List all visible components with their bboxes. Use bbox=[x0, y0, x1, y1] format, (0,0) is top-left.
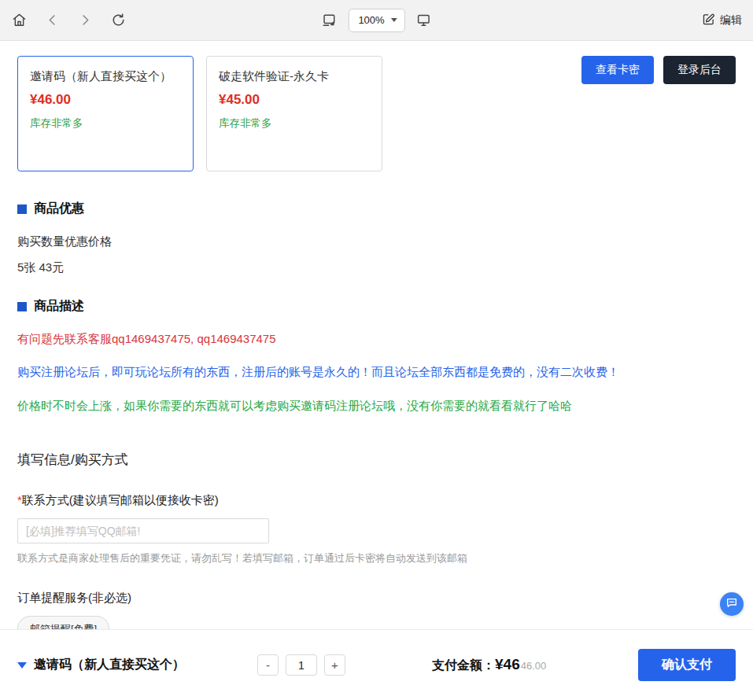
edit-pencil-icon bbox=[702, 13, 715, 28]
payment-amount-block: 支付金额： ¥46 46.00 bbox=[432, 656, 546, 674]
product-stock: 库存非常多 bbox=[219, 116, 370, 131]
zoom-level-value: 100% bbox=[358, 14, 384, 26]
form-section-title: 填写信息/购买方式 bbox=[17, 451, 736, 469]
quantity-stepper: - + bbox=[257, 654, 345, 676]
description-price-note-line: 价格时不时会上涨，如果你需要的东西就可以考虑购买邀请码注册论坛哦，没有你需要的就… bbox=[17, 396, 736, 414]
description-section-header: 商品描述 bbox=[17, 298, 736, 315]
promo-price-line: 5张 43元 bbox=[17, 260, 736, 275]
top-action-buttons: 查看卡密 登录后台 bbox=[581, 56, 736, 84]
edit-button[interactable]: 编辑 bbox=[702, 13, 742, 28]
promo-section-title: 商品优惠 bbox=[34, 201, 84, 217]
contact-input[interactable] bbox=[17, 518, 269, 543]
contact-field-label: *联系方式(建议填写邮箱以便接收卡密) bbox=[17, 493, 736, 508]
promo-text-line: 购买数量优惠价格 bbox=[17, 234, 736, 249]
browser-toolbar: 100% 编辑 bbox=[0, 0, 753, 41]
chat-support-button[interactable] bbox=[720, 592, 744, 616]
section-bullet-icon bbox=[17, 302, 27, 311]
home-icon[interactable] bbox=[11, 13, 27, 28]
payment-amount-decimal: 46.00 bbox=[521, 660, 547, 672]
back-icon[interactable] bbox=[44, 13, 60, 28]
view-card-secret-button[interactable]: 查看卡密 bbox=[581, 56, 654, 84]
section-bullet-icon bbox=[17, 204, 27, 214]
login-backend-button[interactable]: 登录后台 bbox=[663, 56, 736, 84]
chevron-down-icon bbox=[391, 18, 397, 22]
selected-product-name: 邀请码（新人直接买这个） bbox=[34, 657, 185, 673]
chat-bubble-icon bbox=[725, 596, 738, 612]
description-info-line: 购买注册论坛后，即可玩论坛所有的东西，注册后的账号是永久的！而且论坛全部东西都是… bbox=[17, 363, 736, 381]
reminder-section-title: 订单提醒服务(非必选) bbox=[17, 591, 736, 606]
payment-amount: ¥46 bbox=[495, 656, 520, 673]
main-content: 邀请码（新人直接买这个） ¥46.00 库存非常多 破走软件验证-永久卡 ¥45… bbox=[0, 56, 753, 700]
monitor-icon[interactable] bbox=[416, 13, 432, 28]
forward-icon[interactable] bbox=[77, 13, 93, 28]
quantity-increase-button[interactable]: + bbox=[324, 654, 345, 676]
dropdown-triangle-icon bbox=[17, 662, 27, 669]
promo-section-header: 商品优惠 bbox=[17, 201, 736, 217]
refresh-icon[interactable] bbox=[110, 13, 126, 28]
description-contact-line: 有问题先联系客服qq1469437475, qq1469437475 bbox=[17, 330, 736, 348]
product-name: 邀请码（新人直接买这个） bbox=[30, 67, 181, 85]
contact-help-text: 联系方式是商家处理售后的重要凭证，请勿乱写！若填写邮箱，订单通过后卡密将自动发送… bbox=[17, 551, 736, 566]
selected-product-toggle[interactable]: 邀请码（新人直接买这个） bbox=[17, 657, 185, 673]
zoom-select[interactable]: 100% bbox=[348, 9, 404, 32]
product-card-software-card[interactable]: 破走软件验证-永久卡 ¥45.00 库存非常多 bbox=[206, 56, 382, 171]
product-price: ¥46.00 bbox=[30, 92, 181, 108]
product-price: ¥45.00 bbox=[219, 92, 370, 108]
edit-label: 编辑 bbox=[720, 13, 742, 28]
confirm-pay-button[interactable]: 确认支付 bbox=[638, 649, 736, 681]
payment-label: 支付金额： bbox=[432, 658, 495, 674]
cast-to-window-icon[interactable] bbox=[321, 13, 337, 28]
product-stock: 库存非常多 bbox=[30, 116, 181, 131]
description-section-title: 商品描述 bbox=[34, 298, 84, 315]
checkout-footer-bar: 邀请码（新人直接买这个） - + 支付金额： ¥46 46.00 确认支付 bbox=[0, 629, 753, 700]
product-name: 破走软件验证-永久卡 bbox=[219, 67, 370, 85]
product-card-row: 邀请码（新人直接买这个） ¥46.00 库存非常多 破走软件验证-永久卡 ¥45… bbox=[17, 56, 736, 171]
quantity-input[interactable] bbox=[286, 654, 317, 676]
product-card-invite-code[interactable]: 邀请码（新人直接买这个） ¥46.00 库存非常多 bbox=[17, 56, 194, 171]
quantity-decrease-button[interactable]: - bbox=[257, 654, 279, 676]
contact-label-text: 联系方式(建议填写邮箱以便接收卡密) bbox=[22, 493, 219, 507]
